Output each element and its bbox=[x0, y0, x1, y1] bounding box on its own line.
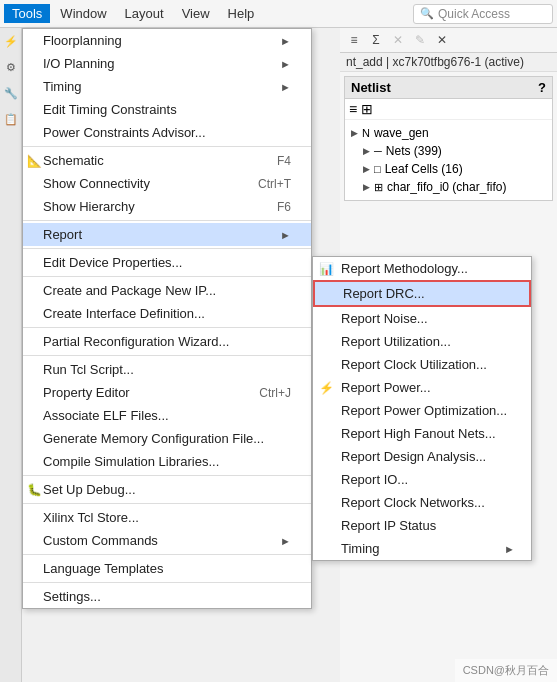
setup-debug-label: Set Up Debug... bbox=[43, 482, 136, 497]
submenu-report-noise[interactable]: Report Noise... bbox=[313, 307, 531, 330]
tree-item-leaf-cells[interactable]: ▶ □ Leaf Cells (16) bbox=[347, 160, 550, 178]
menu-item-power-constraints[interactable]: Power Constraints Advisor... bbox=[23, 121, 311, 144]
nets-icon: ─ bbox=[374, 145, 382, 157]
property-editor-shortcut: Ctrl+J bbox=[239, 386, 291, 400]
floorplanning-label: Floorplanning bbox=[43, 33, 122, 48]
netlist-toolbar: ≡ ⊞ bbox=[345, 99, 552, 120]
menu-item-compile-sim[interactable]: Compile Simulation Libraries... bbox=[23, 450, 311, 473]
toolbar-btn-4: ✎ bbox=[410, 30, 430, 50]
menu-window[interactable]: Window bbox=[52, 4, 114, 23]
menu-item-custom-commands[interactable]: Custom Commands ► bbox=[23, 529, 311, 552]
netlist-toolbar-icon-2[interactable]: ⊞ bbox=[361, 101, 373, 117]
submenu-report-design-analysis[interactable]: Report Design Analysis... bbox=[313, 445, 531, 468]
show-connectivity-label: Show Connectivity bbox=[43, 176, 150, 191]
report-methodology-label: Report Methodology... bbox=[341, 261, 468, 276]
submenu-report-ip-status[interactable]: Report IP Status bbox=[313, 514, 531, 537]
netlist-title: Netlist bbox=[351, 80, 391, 95]
wave-gen-label: wave_gen bbox=[374, 126, 429, 140]
menu-item-settings[interactable]: Settings... bbox=[23, 585, 311, 608]
tcl-store-label: Xilinx Tcl Store... bbox=[43, 510, 139, 525]
menu-item-tcl-store[interactable]: Xilinx Tcl Store... bbox=[23, 506, 311, 529]
toolbar-btn-1[interactable]: ≡ bbox=[344, 30, 364, 50]
menu-item-edit-timing[interactable]: Edit Timing Constraints bbox=[23, 98, 311, 121]
divider-5 bbox=[23, 327, 311, 328]
netlist-panel: Netlist ? ≡ ⊞ ▶ N wave_gen ▶ ─ Nets (399… bbox=[344, 76, 553, 201]
submenu-arrow: ► bbox=[280, 58, 291, 70]
divider-4 bbox=[23, 276, 311, 277]
menu-item-edit-device[interactable]: Edit Device Properties... bbox=[23, 251, 311, 274]
netlist-toolbar-icon-1[interactable]: ≡ bbox=[349, 101, 357, 117]
leaf-cells-label: Leaf Cells (16) bbox=[385, 162, 463, 176]
tree-item-char-fifo[interactable]: ▶ ⊞ char_fifo_i0 (char_fifo) bbox=[347, 178, 550, 196]
submenu-timing[interactable]: Timing ► bbox=[313, 537, 531, 560]
menu-item-show-connectivity[interactable]: Show Connectivity Ctrl+T bbox=[23, 172, 311, 195]
menu-item-floorplanning[interactable]: Floorplanning ► bbox=[23, 29, 311, 52]
menu-tools[interactable]: Tools bbox=[4, 4, 50, 23]
leaf-cells-icon: □ bbox=[374, 163, 381, 175]
menu-view[interactable]: View bbox=[174, 4, 218, 23]
char-fifo-expand-arrow: ▶ bbox=[363, 182, 370, 192]
submenu-report-drc[interactable]: Report DRC... bbox=[313, 280, 531, 307]
tree-item-wave-gen[interactable]: ▶ N wave_gen bbox=[347, 124, 550, 142]
tools-dropdown-menu: Floorplanning ► I/O Planning ► Timing ► … bbox=[22, 28, 312, 609]
sidebar-icon-2[interactable]: ⚙ bbox=[2, 58, 20, 76]
menu-item-show-hierarchy[interactable]: Show Hierarchy F6 bbox=[23, 195, 311, 218]
sidebar-icon-4[interactable]: 📋 bbox=[2, 110, 20, 128]
timing-submenu-label: Timing bbox=[341, 541, 380, 556]
menu-item-io-planning[interactable]: I/O Planning ► bbox=[23, 52, 311, 75]
menu-item-language-templates[interactable]: Language Templates bbox=[23, 557, 311, 580]
menu-item-gen-memory[interactable]: Generate Memory Configuration File... bbox=[23, 427, 311, 450]
menu-item-schematic[interactable]: 📐 Schematic F4 bbox=[23, 149, 311, 172]
report-drc-label: Report DRC... bbox=[343, 286, 425, 301]
sidebar-icon-3[interactable]: 🔧 bbox=[2, 84, 20, 102]
menu-item-associate-elf[interactable]: Associate ELF Files... bbox=[23, 404, 311, 427]
divider-10 bbox=[23, 582, 311, 583]
leaf-cells-expand-arrow: ▶ bbox=[363, 164, 370, 174]
divider-1 bbox=[23, 146, 311, 147]
toolbar-btn-2[interactable]: Σ bbox=[366, 30, 386, 50]
watermark-text: CSDN@秋月百合 bbox=[463, 664, 549, 676]
sidebar-icon-1[interactable]: ⚡ bbox=[2, 32, 20, 50]
menu-bar: Tools Window Layout View Help bbox=[4, 4, 262, 23]
menu-layout[interactable]: Layout bbox=[117, 4, 172, 23]
custom-commands-arrow: ► bbox=[280, 535, 291, 547]
menu-item-create-package[interactable]: Create and Package New IP... bbox=[23, 279, 311, 302]
netlist-help-icon[interactable]: ? bbox=[538, 80, 546, 95]
menu-item-run-tcl[interactable]: Run Tcl Script... bbox=[23, 358, 311, 381]
submenu-report-clock-utilization[interactable]: Report Clock Utilization... bbox=[313, 353, 531, 376]
methodology-icon: 📊 bbox=[319, 262, 334, 276]
toolbar-btn-5[interactable]: ✕ bbox=[432, 30, 452, 50]
submenu-report-clock-networks[interactable]: Report Clock Networks... bbox=[313, 491, 531, 514]
submenu-report-io[interactable]: Report IO... bbox=[313, 468, 531, 491]
property-editor-label: Property Editor bbox=[43, 385, 130, 400]
project-label: nt_add | xc7k70tfbg676-1 (active) bbox=[346, 55, 524, 69]
io-planning-label: I/O Planning bbox=[43, 56, 115, 71]
menu-item-setup-debug[interactable]: 🐛 Set Up Debug... bbox=[23, 478, 311, 501]
menu-item-partial-reconfig[interactable]: Partial Reconfiguration Wizard... bbox=[23, 330, 311, 353]
main-content: ⚡ ⚙ 🔧 📋 Floorplanning ► I/O Planning ► T… bbox=[0, 28, 557, 682]
schematic-shortcut: F4 bbox=[257, 154, 291, 168]
menu-item-report[interactable]: Report ► bbox=[23, 223, 311, 246]
timing-label: Timing bbox=[43, 79, 82, 94]
submenu-report-power[interactable]: ⚡ Report Power... bbox=[313, 376, 531, 399]
menu-item-timing[interactable]: Timing ► bbox=[23, 75, 311, 98]
submenu-report-power-optimization[interactable]: Report Power Optimization... bbox=[313, 399, 531, 422]
quick-access-bar[interactable]: 🔍 Quick Access bbox=[413, 4, 553, 24]
submenu-report-methodology[interactable]: 📊 Report Methodology... bbox=[313, 257, 531, 280]
edit-device-label: Edit Device Properties... bbox=[43, 255, 182, 270]
tree-item-nets[interactable]: ▶ ─ Nets (399) bbox=[347, 142, 550, 160]
menu-item-property-editor[interactable]: Property Editor Ctrl+J bbox=[23, 381, 311, 404]
report-label: Report bbox=[43, 227, 82, 242]
report-ip-status-label: Report IP Status bbox=[341, 518, 436, 533]
submenu-report-high-fanout[interactable]: Report High Fanout Nets... bbox=[313, 422, 531, 445]
nets-label: Nets (399) bbox=[386, 144, 442, 158]
report-clock-utilization-label: Report Clock Utilization... bbox=[341, 357, 487, 372]
divider-3 bbox=[23, 248, 311, 249]
submenu-report-utilization[interactable]: Report Utilization... bbox=[313, 330, 531, 353]
divider-6 bbox=[23, 355, 311, 356]
compile-sim-label: Compile Simulation Libraries... bbox=[43, 454, 219, 469]
report-design-analysis-label: Report Design Analysis... bbox=[341, 449, 486, 464]
show-hierarchy-label: Show Hierarchy bbox=[43, 199, 135, 214]
menu-item-create-interface[interactable]: Create Interface Definition... bbox=[23, 302, 311, 325]
menu-help[interactable]: Help bbox=[220, 4, 263, 23]
